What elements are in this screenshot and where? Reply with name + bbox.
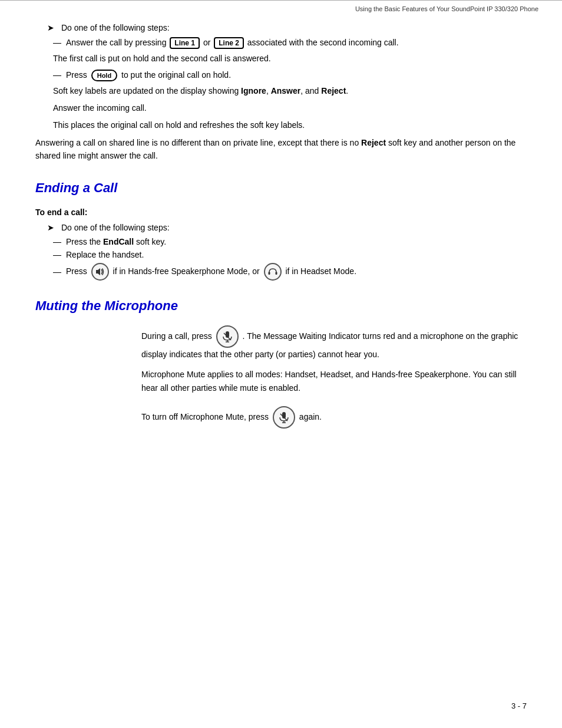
reject-bold-2: Reject (361, 138, 386, 147)
endcall-bold: EndCall (103, 237, 134, 246)
dash-symbol-4: — (53, 250, 61, 259)
turn-off-text: To turn off Microphone Mute, press again… (141, 406, 527, 429)
ignore-bold: Ignore (241, 86, 266, 95)
line2-button: Line 2 (214, 37, 244, 49)
page-number: 3 - 7 (511, 701, 527, 710)
speaker-phone-icon (91, 263, 109, 281)
mute-icon-2 (273, 406, 295, 429)
answer-call-text: Answer the call by pressing Line 1 or Li… (66, 37, 399, 49)
muting-heading: Muting the Microphone (35, 298, 527, 314)
ending-do-one: Do one of the following steps: (61, 223, 170, 232)
dash-symbol-2: — (53, 70, 61, 80)
line1-button: Line 1 (170, 37, 200, 49)
header-text: Using the Basic Features of Your SoundPo… (355, 5, 538, 12)
ending-a-call-heading: Ending a Call (35, 180, 527, 196)
press-hold-item: — Press Hold to put the original call on… (53, 70, 527, 81)
mute-icon-1 (216, 325, 239, 348)
endcall-text: Press the EndCall soft key. (66, 237, 166, 246)
hold-button: Hold (91, 70, 117, 81)
press-speaker-text: Press if in Hands-free Speakerphone Mode… (66, 263, 356, 281)
svg-marker-0 (96, 268, 100, 275)
do-one-following: ➤ Do one of the following steps: (47, 23, 170, 32)
soft-key-note: Soft key labels are updated on the displ… (53, 85, 527, 97)
applies-note: Microphone Mute applies to all modes: Ha… (141, 368, 527, 394)
svg-rect-2 (275, 272, 277, 275)
muting-section: Muting the Microphone During a call, pre… (35, 298, 527, 429)
svg-rect-1 (268, 272, 270, 275)
replace-handset-text: Replace the handset. (66, 250, 144, 259)
dash-symbol-3: — (53, 237, 61, 246)
answer-call-item: — Answer the call by pressing Line 1 or … (53, 37, 527, 49)
replace-handset-item: — Replace the handset. (53, 250, 527, 259)
during-call-text: During a call, press . The Message Waiti… (141, 325, 527, 361)
places-original-note: This places the original call on hold an… (53, 119, 527, 131)
press-speaker-item: — Press if in Hands-free Speakerphone Mo… (53, 263, 527, 281)
answer-incoming-note: Answer the incoming call. (53, 102, 527, 114)
press-hold-text: Press Hold to put the original call on h… (66, 70, 231, 81)
answer-bold: Answer (271, 86, 301, 95)
to-end-label: To end a call: (35, 207, 527, 217)
dash-symbol-1: — (53, 38, 61, 47)
ending-a-call-section: Ending a Call To end a call: ➤ Do one of… (35, 180, 527, 281)
reject-bold: Reject (321, 86, 346, 95)
endcall-item: — Press the EndCall soft key. (53, 237, 527, 246)
headset-icon (264, 263, 282, 281)
first-call-note: The first call is put on hold and the se… (53, 52, 527, 65)
shared-line-note: Answering a call on shared line is no di… (35, 136, 527, 163)
dash-symbol-5: — (53, 267, 61, 276)
top-section: ➤ Do one of the following steps: — Answe… (35, 23, 527, 163)
